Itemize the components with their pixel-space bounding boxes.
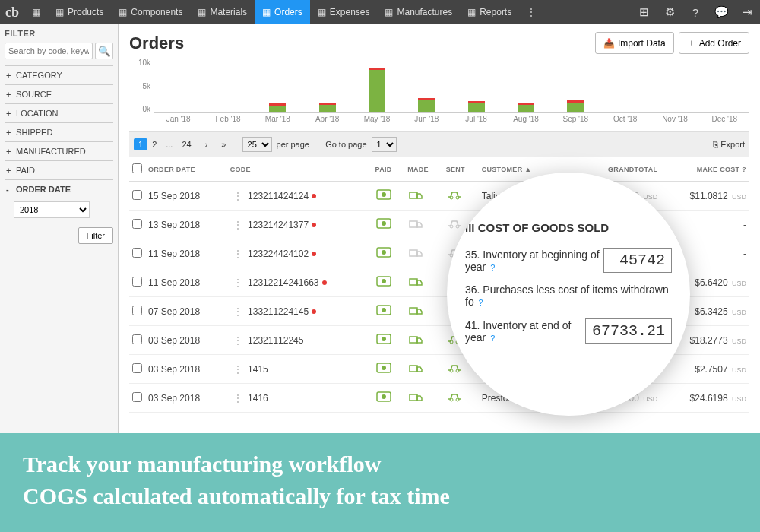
filter-category[interactable]: + CATEGORY — [5, 65, 113, 84]
goto-label: Go to page — [325, 140, 366, 149]
col-sent[interactable]: SENT — [443, 157, 479, 182]
nav-manufactures[interactable]: ▦Manufactures — [377, 0, 460, 24]
chat-icon[interactable]: 💬 — [708, 0, 734, 24]
row-menu[interactable]: ⋮ — [230, 335, 245, 346]
svg-point-34 — [456, 369, 459, 372]
col-make[interactable]: MAKE COST ? — [660, 157, 749, 182]
help-icon[interactable]: ? — [682, 0, 708, 24]
svg-rect-32 — [410, 366, 417, 372]
status-icon — [407, 276, 424, 288]
row-checkbox[interactable] — [132, 248, 142, 258]
status-icon — [446, 218, 463, 230]
row-checkbox[interactable] — [132, 334, 142, 344]
overlay-title: III COST OF GOODS SOLD — [465, 221, 672, 234]
status-icon — [375, 247, 392, 259]
table-row[interactable]: 03 Sep 2018⋮ 1416Preston Rice$150.00 USD… — [129, 384, 749, 413]
svg-point-11 — [382, 250, 386, 255]
svg-point-16 — [382, 279, 386, 283]
select-all-checkbox[interactable] — [132, 163, 142, 173]
col-paid[interactable]: PAID — [372, 157, 405, 182]
svg-point-6 — [382, 221, 386, 226]
status-icon — [407, 189, 424, 201]
dashboard-icon: ▦ — [32, 7, 40, 17]
row-checkbox[interactable] — [132, 363, 142, 373]
pager-last[interactable]: » — [217, 138, 230, 150]
page-24[interactable]: 24 — [177, 138, 195, 150]
nav-products[interactable]: ▦Products — [48, 0, 111, 24]
status-icon — [446, 363, 463, 375]
overlay-row: 35. Inventory at beginning of year ?4574… — [465, 248, 672, 273]
col-code[interactable]: CODE — [227, 157, 372, 182]
page-2[interactable]: 2 — [147, 138, 161, 150]
filter-button[interactable]: Filter — [78, 227, 113, 244]
export-button[interactable]: ⎘Export — [713, 140, 745, 149]
nav-components[interactable]: ▦Components — [111, 0, 190, 24]
svg-point-1 — [382, 192, 386, 197]
row-checkbox[interactable] — [132, 306, 142, 315]
svg-rect-2 — [410, 192, 417, 198]
svg-rect-12 — [410, 250, 417, 256]
orders-chart: 10k5k0k Jan '18Feb '18Mar '18Apr '18May … — [129, 59, 749, 127]
factory-icon: ▦ — [385, 7, 393, 17]
pager-next[interactable]: › — [201, 138, 213, 150]
logout-icon[interactable]: ⇥ — [734, 0, 760, 24]
status-icon — [407, 218, 424, 230]
status-icon — [375, 391, 392, 404]
nav-expenses[interactable]: ▦Expenses — [310, 0, 378, 24]
filter-paid[interactable]: + PAID — [5, 160, 113, 179]
filter-manufactured[interactable]: + MANUFACTURED — [5, 141, 113, 160]
status-icon — [375, 305, 392, 317]
logo[interactable]: cb — [0, 0, 24, 24]
per-page-select[interactable]: 25 — [242, 137, 272, 152]
nav-orders[interactable]: ▦Orders — [255, 0, 310, 24]
row-checkbox[interactable] — [132, 219, 142, 229]
nav-dashboard[interactable]: ▦ — [24, 0, 48, 24]
year-select[interactable]: 2018 — [14, 201, 90, 218]
overlay-row: 36. Purchases less cost of items withdra… — [465, 283, 672, 308]
status-icon — [375, 334, 392, 346]
layers-icon: ▦ — [198, 7, 206, 17]
status-icon — [407, 391, 424, 404]
settings-icon[interactable]: ⚙ — [657, 0, 682, 24]
nav-more[interactable]: ⋮ — [519, 0, 543, 24]
top-nav: cb ▦▦Products▦Components▦Materials▦Order… — [0, 0, 760, 24]
filter-shipped[interactable]: + SHIPPED — [5, 122, 113, 141]
search-button[interactable]: 🔍 — [95, 43, 113, 59]
svg-point-21 — [382, 308, 386, 312]
row-menu[interactable]: ⋮ — [230, 191, 245, 201]
export-icon: ⎘ — [713, 140, 718, 149]
nav-materials[interactable]: ▦Materials — [190, 0, 255, 24]
row-menu[interactable]: ⋮ — [230, 364, 245, 375]
filter-location[interactable]: + LOCATION — [5, 103, 113, 122]
row-checkbox[interactable] — [132, 190, 142, 200]
svg-rect-27 — [410, 337, 417, 343]
add-order-button[interactable]: ＋Add Order — [679, 32, 749, 54]
add-icon[interactable]: ⊞ — [631, 0, 657, 24]
row-checkbox[interactable] — [132, 392, 142, 402]
row-menu[interactable]: ⋮ — [230, 220, 245, 230]
col-made[interactable]: MADE — [404, 157, 443, 182]
row-menu[interactable]: ⋮ — [230, 393, 245, 404]
status-icon — [375, 189, 392, 201]
import-button[interactable]: 📥Import Data — [595, 32, 674, 54]
row-menu[interactable]: ⋮ — [230, 249, 245, 259]
filter-order date[interactable]: - ORDER DATE — [5, 179, 113, 198]
filter-source[interactable]: + SOURCE — [5, 84, 113, 103]
filter-title: FILTER — [5, 29, 113, 38]
banner-line2: COGS calculated automatically for tax ti… — [23, 480, 737, 512]
nav-reports[interactable]: ▦Reports — [460, 0, 519, 24]
page-1[interactable]: 1 — [134, 138, 147, 150]
goto-select[interactable]: 1 — [372, 137, 397, 152]
row-menu[interactable]: ⋮ — [230, 306, 245, 317]
status-icon — [407, 334, 424, 346]
row-menu[interactable]: ⋮ — [230, 277, 245, 288]
per-page-label: per page — [277, 140, 309, 149]
col-date[interactable]: ORDER DATE — [145, 157, 227, 182]
page-...[interactable]: ... — [161, 138, 177, 150]
table-row[interactable]: 15 Sep 2018⋮ 123211424124Taliyah Carver$… — [129, 182, 749, 211]
search-input[interactable] — [5, 43, 93, 59]
receipt-icon: ▦ — [318, 7, 326, 17]
status-icon — [375, 363, 392, 375]
row-checkbox[interactable] — [132, 277, 142, 287]
plus-icon: ＋ — [687, 36, 696, 49]
